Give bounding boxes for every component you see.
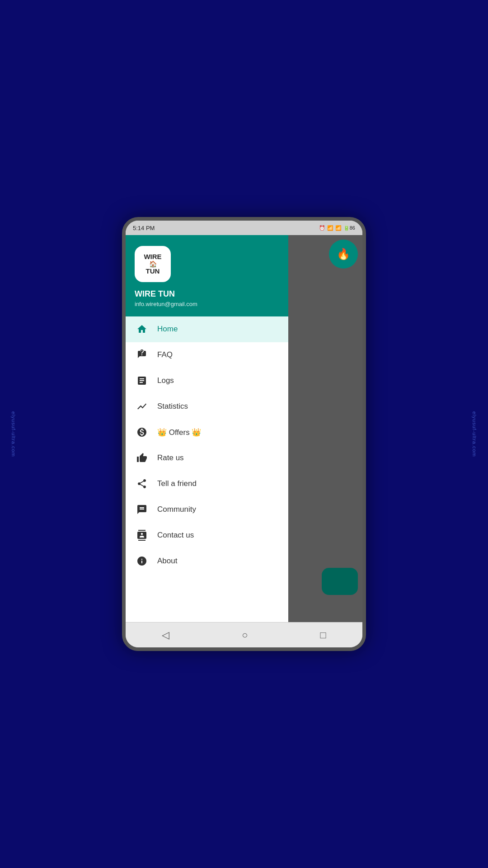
- offers-icon: [135, 427, 149, 438]
- app-email: info.wiretun@gmail.com: [135, 301, 279, 307]
- menu-item-faq[interactable]: FAQ: [126, 342, 288, 368]
- app-background: 🔥: [288, 235, 362, 622]
- about-icon: [135, 556, 149, 566]
- menu-item-community[interactable]: Community: [126, 497, 288, 523]
- logs-icon: [135, 375, 149, 386]
- menu-item-offers[interactable]: 👑 Offers 👑: [126, 420, 288, 445]
- rate-icon: [135, 453, 149, 463]
- menu-item-logs[interactable]: Logs: [126, 368, 288, 394]
- menu-label-rate-us: Rate us: [157, 453, 184, 462]
- phone-content: WIRE 🏠 TUN WIRE TUN info.wiretun@gmail.c…: [126, 235, 362, 622]
- menu-item-statistics[interactable]: Statistics: [126, 394, 288, 420]
- share-icon: [135, 478, 149, 489]
- battery-icon: 🔋86: [343, 225, 355, 231]
- menu-label-faq: FAQ: [157, 350, 173, 359]
- phone-frame: 5:14 PM ⏰ 📶 📶 🔋86 WIRE 🏠 TUN WIRE TUN in…: [122, 217, 366, 651]
- side-drawer: WIRE 🏠 TUN WIRE TUN info.wiretun@gmail.c…: [126, 235, 288, 622]
- menu-item-home[interactable]: Home: [126, 316, 288, 342]
- recent-button[interactable]: □: [311, 626, 335, 645]
- logo-icon: 🏠: [149, 260, 157, 268]
- menu-label-home: Home: [157, 325, 178, 334]
- app-logo: WIRE 🏠 TUN: [135, 246, 171, 282]
- wifi-icon: 📶: [327, 225, 333, 231]
- status-icons: ⏰ 📶 📶 🔋86: [319, 225, 355, 231]
- status-bar: 5:14 PM ⏰ 📶 📶 🔋86: [126, 221, 362, 235]
- teal-button-top[interactable]: 🔥: [329, 240, 358, 269]
- drawer-header: WIRE 🏠 TUN WIRE TUN info.wiretun@gmail.c…: [126, 235, 288, 316]
- clock-icon: ⏰: [319, 225, 325, 231]
- menu-item-rate-us[interactable]: Rate us: [126, 445, 288, 471]
- watermark-left: elyusuf-ultra.com: [11, 411, 16, 457]
- menu-label-community: Community: [157, 505, 196, 514]
- community-icon: [135, 504, 149, 515]
- statistics-icon: [135, 401, 149, 412]
- back-button[interactable]: ◁: [153, 626, 178, 645]
- menu-label-tell-friend: Tell a friend: [157, 479, 197, 488]
- watermark-right: elyusuf-ultra.com: [472, 411, 477, 457]
- drawer-menu: Home FAQ Logs: [126, 316, 288, 622]
- menu-label-statistics: Statistics: [157, 402, 188, 411]
- menu-item-contact[interactable]: Contact us: [126, 523, 288, 548]
- menu-label-logs: Logs: [157, 376, 174, 385]
- menu-label-offers: 👑 Offers 👑: [157, 428, 201, 437]
- app-name: WIRE TUN: [135, 289, 279, 299]
- logo-tun: TUN: [146, 268, 160, 275]
- menu-item-about[interactable]: About: [126, 548, 288, 574]
- contact-icon: [135, 530, 149, 541]
- menu-label-contact: Contact us: [157, 531, 194, 540]
- bottom-nav: ◁ ○ □: [126, 622, 362, 647]
- home-button[interactable]: ○: [233, 626, 257, 645]
- status-time: 5:14 PM: [133, 225, 155, 231]
- teal-button-bottom[interactable]: [322, 568, 358, 595]
- signal-icon: 📶: [335, 225, 342, 231]
- home-icon: [135, 324, 149, 335]
- logo-wire: WIRE: [144, 253, 161, 261]
- faq-icon: [135, 349, 149, 360]
- menu-label-about: About: [157, 557, 177, 566]
- overlay: [288, 235, 362, 622]
- menu-item-tell-friend[interactable]: Tell a friend: [126, 471, 288, 497]
